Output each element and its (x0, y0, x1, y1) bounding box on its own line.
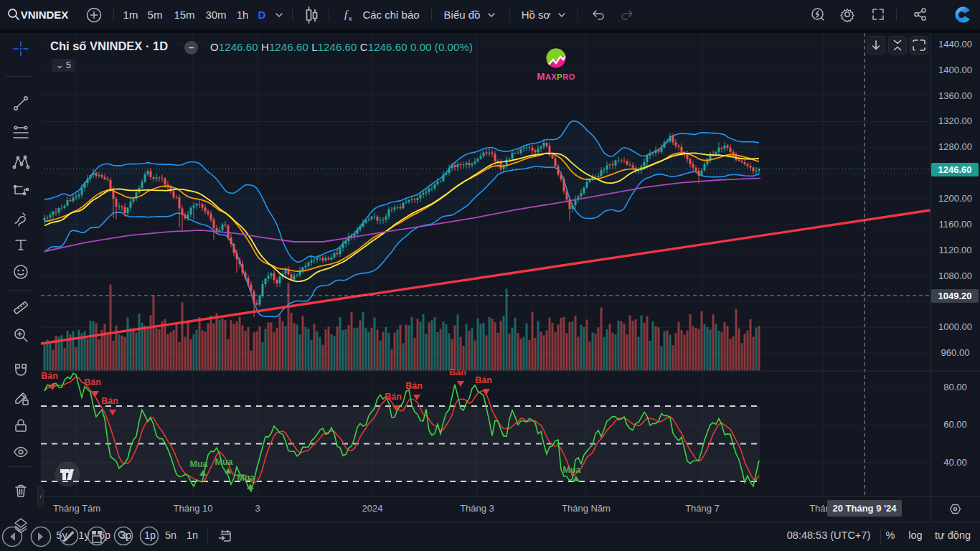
svg-text:Bán: Bán (405, 381, 423, 391)
svg-text:Bán: Bán (41, 371, 58, 381)
svg-text:Bán: Bán (449, 367, 466, 377)
svg-text:Mua: Mua (237, 473, 256, 483)
svg-text:Mua: Mua (190, 459, 209, 469)
svg-text:Mua: Mua (215, 457, 234, 467)
svg-text:Bán: Bán (84, 377, 101, 387)
svg-text:Mua: Mua (563, 465, 582, 475)
svg-text:Bán: Bán (385, 392, 402, 402)
svg-text:Bán: Bán (101, 396, 118, 406)
svg-text:Bán: Bán (475, 375, 492, 385)
svg-text:MAXPRO: MAXPRO (537, 71, 575, 82)
